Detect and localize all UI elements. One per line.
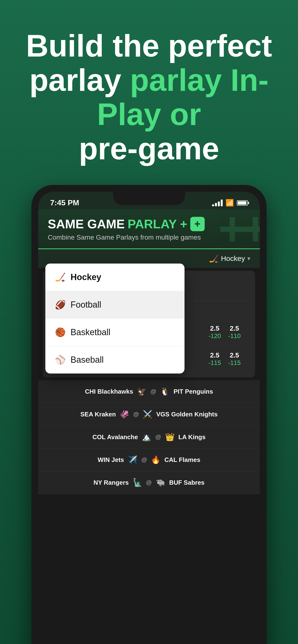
odds-value-2: 2.5 bbox=[228, 325, 241, 332]
win-icon: ✈️ bbox=[128, 455, 137, 464]
player-odds-debrincat: 2.5 -120 2.5 -110 bbox=[209, 325, 241, 340]
wifi-icon: 📶 bbox=[226, 199, 234, 207]
sea-icon: 🦑 bbox=[120, 410, 129, 419]
sport-emoji: 🏒 bbox=[209, 254, 219, 263]
la-icon: 👑 bbox=[165, 432, 175, 442]
game-row-kraken[interactable]: SEA Kraken 🦑 @ ⚔️ VGS Golden Knights bbox=[38, 403, 260, 426]
hero-section: Build the perfect parlay parlay In-Play … bbox=[0, 0, 298, 180]
hero-title-line1: Build the perfect bbox=[19, 29, 279, 63]
phone-wrapper: 7:45 PM 📶 ++ bbox=[32, 185, 266, 644]
basketball-label: Basketball bbox=[71, 327, 110, 337]
hero-title-line2: parlay parlay In-Play or bbox=[19, 63, 279, 132]
at-symbol: @ bbox=[141, 456, 147, 463]
hockey-icon: 🏒 bbox=[55, 272, 66, 282]
col-icon: 🏔️ bbox=[142, 432, 152, 442]
game-row-blackhawks[interactable]: CHI Blackhawks 🦅 @ 🐧 PIT Penguins bbox=[38, 380, 260, 403]
player-odds-larkin: 2.5 -115 2.5 -115 bbox=[209, 352, 241, 366]
at-symbol: @ bbox=[146, 479, 152, 486]
hero-title: Build the perfect parlay parlay In-Play … bbox=[19, 29, 279, 166]
baseball-icon: ⚾ bbox=[55, 355, 66, 365]
dropdown-item-hockey[interactable]: 🏒 Hockey bbox=[45, 264, 185, 291]
hockey-label: Hockey bbox=[71, 272, 101, 282]
phone-screen: 7:45 PM 📶 ++ bbox=[38, 192, 260, 644]
basketball-icon: 🏀 bbox=[55, 327, 66, 337]
buf-icon: 🐃 bbox=[156, 478, 165, 487]
parlay-title: SAME GAME PARLAY + + bbox=[48, 217, 250, 231]
sport-selector-bar: 🏒 Hockey ▾ 🏒 Hockey 🏈 Football 🏀 bbox=[38, 249, 260, 268]
signal-bars-icon bbox=[212, 200, 223, 206]
odds-line-3: -115 bbox=[209, 359, 221, 366]
odds-line-1: -120 bbox=[209, 332, 221, 340]
header-subtitle: Combine Same Game Parlays from multiple … bbox=[48, 234, 250, 248]
sport-dropdown: 🏒 Hockey 🏈 Football 🏀 Basketball ⚾ Baseb… bbox=[45, 264, 185, 374]
vgs-icon: ⚔️ bbox=[143, 410, 152, 419]
sport-selector-button[interactable]: 🏒 Hockey ▾ bbox=[209, 254, 250, 263]
at-symbol: @ bbox=[155, 434, 161, 440]
chevron-down-icon: ▾ bbox=[247, 255, 250, 262]
dropdown-item-baseball[interactable]: ⚾ Baseball bbox=[45, 346, 185, 374]
odds-value-4: 2.5 bbox=[228, 352, 241, 359]
odds-value-3: 2.5 bbox=[209, 352, 221, 359]
parlay-plus-icon: + bbox=[190, 217, 205, 231]
cal-icon: 🔥 bbox=[151, 455, 161, 464]
team-sea: SEA Kraken bbox=[80, 411, 116, 418]
game-row-jets[interactable]: WIN Jets ✈️ @ 🔥 CAL Flames bbox=[38, 448, 260, 471]
status-time: 7:45 PM bbox=[50, 198, 79, 207]
team-win: WIN Jets bbox=[98, 456, 124, 464]
football-icon: 🏈 bbox=[55, 300, 66, 310]
sport-label: Hockey bbox=[221, 254, 245, 262]
game-row-rangers[interactable]: NY Rangers 🗽 @ 🐃 BUF Sabres bbox=[38, 471, 260, 494]
phone-frame: 7:45 PM 📶 ++ bbox=[32, 185, 266, 644]
team-buf: BUF Sabres bbox=[169, 479, 204, 486]
parlay-title-white: SAME GAME bbox=[48, 217, 125, 231]
status-icons: 📶 bbox=[212, 199, 248, 207]
odds-value-1: 2.5 bbox=[209, 325, 221, 332]
team-la: LA Kings bbox=[179, 434, 206, 441]
football-label: Football bbox=[71, 300, 101, 310]
game-row-avalanche[interactable]: COL Avalanche 🏔️ @ 👑 LA Kings bbox=[38, 426, 260, 448]
at-symbol: @ bbox=[133, 411, 139, 418]
baseball-label: Baseball bbox=[71, 355, 104, 365]
team-pit: PIT Penguins bbox=[174, 388, 213, 395]
team-cal: CAL Flames bbox=[164, 456, 200, 464]
odds-block-3: 2.5 -115 bbox=[209, 352, 221, 366]
hero-title-line3: pre-game bbox=[19, 132, 279, 166]
team-vgs: VGS Golden Knights bbox=[156, 411, 218, 418]
phone-notch bbox=[113, 192, 185, 205]
parlay-title-green: PARLAY + bbox=[128, 217, 187, 231]
team-ny: NY Rangers bbox=[94, 479, 129, 486]
team-col: COL Avalanche bbox=[92, 434, 138, 441]
app-header: ++ SAME GAME PARLAY + + Combine Same Gam… bbox=[38, 210, 260, 249]
odds-block-2: 2.5 -110 bbox=[228, 325, 241, 340]
odds-block-1: 2.5 -120 bbox=[209, 325, 221, 340]
at-symbol: @ bbox=[151, 388, 156, 395]
ny-icon: 🗽 bbox=[133, 478, 142, 487]
battery-icon bbox=[237, 200, 248, 206]
odds-block-4: 2.5 -115 bbox=[228, 352, 241, 366]
dropdown-item-football[interactable]: 🏈 Football bbox=[45, 291, 185, 319]
chi-icon: 🦅 bbox=[137, 387, 146, 396]
pit-icon: 🐧 bbox=[160, 387, 170, 396]
odds-line-2: -110 bbox=[228, 332, 241, 340]
odds-line-4: -115 bbox=[228, 359, 241, 366]
team-chi: CHI Blackhawks bbox=[85, 388, 133, 395]
dropdown-item-basketball[interactable]: 🏀 Basketball bbox=[45, 319, 185, 346]
